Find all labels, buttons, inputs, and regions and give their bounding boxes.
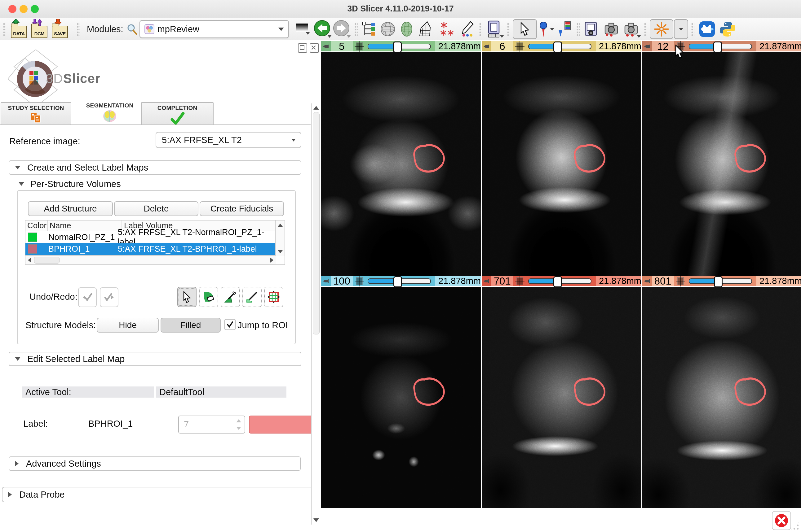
undo-button[interactable] (78, 287, 97, 307)
place-ruler-button[interactable] (556, 20, 574, 38)
slider-handle[interactable] (553, 41, 562, 53)
add-structure-button[interactable]: Add Structure (28, 201, 113, 216)
slice-viewport-yellow[interactable]: 6 21.878mm (482, 41, 641, 276)
create-fiducials-button[interactable]: Create Fiducials (200, 201, 284, 216)
tab-completion[interactable]: COMPLETION (141, 102, 214, 125)
section-create-select-label-maps[interactable]: Create and Select Label Maps (9, 160, 301, 175)
draw-tool-button[interactable] (242, 287, 262, 307)
pin-segment[interactable] (642, 276, 652, 286)
slice-viewport-cyan[interactable]: 100 21.878mm (321, 276, 481, 508)
close-viewer-button[interactable] (772, 511, 791, 530)
paint-tool-button[interactable] (221, 287, 240, 307)
layout-selector-button[interactable] (485, 20, 504, 38)
slice-slider[interactable] (368, 44, 431, 49)
wand-tool-button[interactable] (264, 287, 283, 307)
scroll-right-icon[interactable] (270, 258, 273, 263)
table-row[interactable]: BPHROI_1 5:AX FRFSE_XL T2-BPHROI_1-label (25, 243, 276, 255)
default-tool-button[interactable] (177, 287, 197, 307)
scroll-up-icon[interactable] (313, 106, 319, 110)
hscroll-thumb[interactable] (34, 257, 59, 264)
module-history-button[interactable] (296, 23, 310, 35)
slice-controller-bar[interactable]: 5 21.878mm (321, 41, 481, 52)
label-color-button[interactable] (249, 416, 316, 434)
slice-slider[interactable] (689, 279, 752, 284)
slider-handle[interactable] (553, 276, 562, 287)
toolbar-grip[interactable] (479, 22, 483, 36)
slice-viewport-salmon[interactable]: 801 21.878mm (642, 276, 801, 508)
slice-slider[interactable] (368, 279, 431, 284)
mri-slice-image[interactable] (642, 52, 801, 276)
reference-image-combobox[interactable]: 5:AX FRFSE_XL T2 (156, 132, 301, 148)
pin-segment[interactable] (482, 276, 491, 286)
scroll-down-icon[interactable] (313, 518, 319, 522)
pin-segment[interactable] (321, 41, 331, 52)
module-forward-button[interactable] (333, 20, 351, 38)
slice-slider[interactable] (689, 44, 752, 49)
crosshair-menu-button[interactable] (674, 19, 688, 39)
slice-slider[interactable] (528, 44, 591, 49)
scene-view-save-button[interactable] (601, 20, 621, 38)
mri-slice-image[interactable] (482, 52, 641, 276)
table-vertical-scrollbar[interactable] (275, 221, 285, 256)
toolbar-grip[interactable] (643, 22, 647, 36)
toolbar-grip[interactable] (691, 22, 694, 36)
tab-study-selection[interactable]: STUDY SELECTION (1, 102, 71, 125)
scroll-up-icon[interactable] (278, 224, 283, 227)
dicom-button[interactable]: DCM (30, 19, 48, 39)
slice-link-icon[interactable] (516, 42, 523, 51)
toolbar-grip[interactable] (576, 22, 580, 36)
annotations-module-button[interactable] (438, 20, 457, 38)
panel-scrollbar[interactable] (311, 103, 321, 525)
tab-segmentation[interactable]: SEGMENTATION (78, 100, 141, 122)
slice-controller-bar[interactable]: 6 21.878mm (482, 41, 641, 52)
slice-link-icon[interactable] (516, 277, 523, 285)
slice-viewport-red2[interactable]: 701 21.878mm (482, 276, 641, 508)
slice-controller-bar[interactable]: 701 21.878mm (482, 276, 641, 286)
slice-slider[interactable] (528, 279, 591, 284)
delete-structure-button[interactable]: Delete (114, 201, 198, 216)
section-advanced-settings[interactable]: Advanced Settings (9, 456, 301, 471)
slider-handle[interactable] (393, 41, 402, 53)
redo-button[interactable] (100, 287, 119, 307)
scroll-left-icon[interactable] (28, 258, 31, 263)
crosshair-button[interactable] (650, 19, 673, 39)
models-module-button[interactable] (378, 20, 397, 38)
slice-controller-bar[interactable]: 100 21.878mm (321, 276, 481, 286)
hide-models-button[interactable]: Hide (97, 318, 159, 332)
toolbar-grip[interactable] (354, 22, 358, 36)
python-console-button[interactable] (717, 20, 738, 38)
markups-module-button[interactable] (457, 20, 476, 38)
slice-viewport-red[interactable]: 12 21.878mm (642, 41, 801, 276)
slider-handle[interactable] (394, 276, 402, 287)
green-ellipsoid-model-button[interactable] (397, 20, 416, 38)
label-value-spinbox[interactable]: 7 (178, 416, 245, 434)
slice-viewport-green[interactable]: 5 21.878mm (321, 41, 481, 276)
transforms-module-button[interactable] (416, 20, 433, 38)
module-search-icon[interactable] (126, 23, 138, 35)
extensions-manager-button[interactable] (697, 20, 717, 38)
column-name[interactable]: Name (48, 221, 122, 231)
screenshot-button[interactable] (582, 20, 601, 38)
spinner-arrows[interactable] (234, 417, 243, 432)
toolbar-grip[interactable] (2, 22, 6, 36)
mri-slice-image[interactable] (482, 287, 641, 508)
slice-link-icon[interactable] (356, 42, 363, 51)
slider-handle[interactable] (714, 276, 723, 287)
subject-hierarchy-button[interactable] (360, 20, 378, 38)
table-row[interactable]: NormalROI_PZ_1 5:AX FRFSE_XL T2-NormalRO… (25, 231, 276, 243)
load-data-button[interactable]: DATA (10, 19, 28, 39)
slice-link-icon[interactable] (677, 277, 684, 285)
slice-controller-bar[interactable]: 12 21.878mm (642, 41, 801, 52)
undock-panel-icon[interactable] (298, 43, 307, 53)
module-selector-combobox[interactable]: mpReview (140, 20, 289, 38)
column-color[interactable]: Color (25, 221, 48, 231)
slider-handle[interactable] (713, 41, 722, 53)
pin-segment[interactable] (482, 41, 491, 52)
table-horizontal-scrollbar[interactable] (25, 255, 276, 264)
pin-segment[interactable] (321, 276, 331, 286)
mri-slice-image[interactable] (642, 287, 801, 508)
module-back-button[interactable] (314, 20, 332, 38)
slice-link-icon[interactable] (356, 277, 363, 285)
close-panel-icon[interactable] (310, 43, 319, 53)
section-data-probe[interactable]: Data Probe (2, 487, 318, 502)
